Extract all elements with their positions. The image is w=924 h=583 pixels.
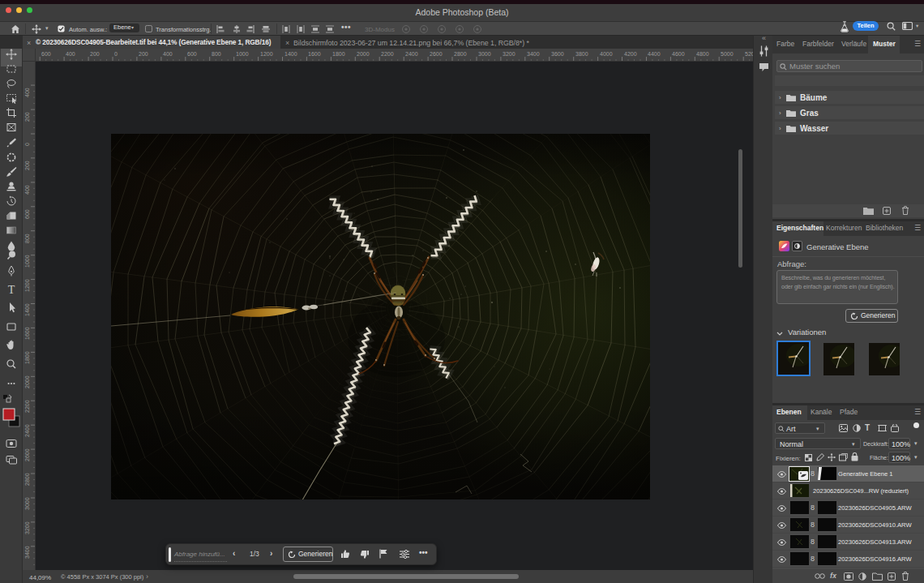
svg-text:T: T bbox=[8, 284, 15, 296]
